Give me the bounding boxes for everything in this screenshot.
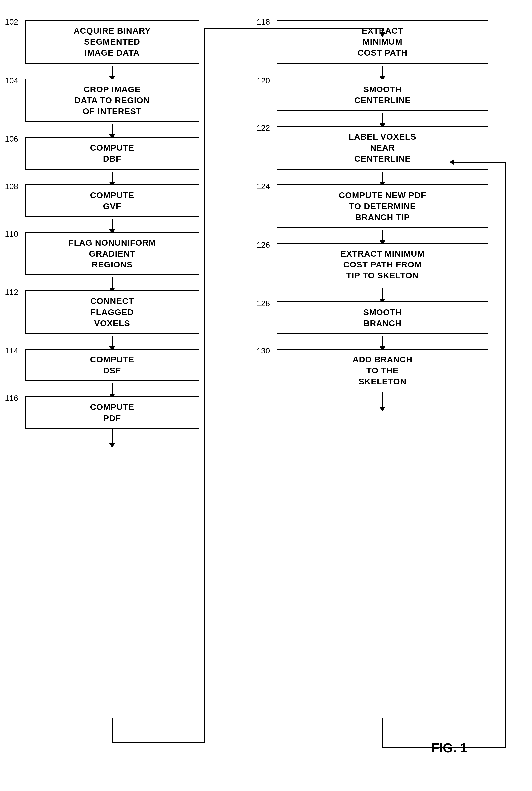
box-102: ACQUIRE BINARYSEGMENTEDIMAGE DATA [25, 20, 200, 63]
node-104-wrapper: 104 CROP IMAGEDATA TO REGIONOF INTEREST [25, 78, 200, 122]
label-116: 116 [5, 394, 18, 403]
node-122-wrapper: 122 LABEL VOXELSNEARCENTERLINE [277, 126, 488, 170]
arrow-118-120 [277, 63, 488, 78]
label-130: 130 [256, 346, 270, 356]
box-112: CONNECTFLAGGEDVOXELS [25, 290, 200, 334]
node-114-wrapper: 114 COMPUTEDSF [25, 349, 200, 381]
label-126: 126 [256, 240, 270, 249]
box-114: COMPUTEDSF [25, 349, 200, 381]
label-108: 108 [5, 182, 18, 191]
label-106: 106 [5, 134, 18, 144]
box-122: LABEL VOXELSNEARCENTERLINE [277, 126, 488, 170]
box-130: ADD BRANCHTO THESKELETON [277, 349, 488, 392]
box-106: COMPUTEDBF [25, 137, 200, 169]
node-108-wrapper: 108 COMPUTEGVF [25, 185, 200, 217]
label-110: 110 [5, 229, 18, 239]
label-124: 124 [256, 182, 270, 191]
arrow-110-112 [25, 275, 200, 290]
arrow-124-126 [277, 228, 488, 243]
node-112-wrapper: 112 CONNECTFLAGGEDVOXELS [25, 290, 200, 334]
box-108: COMPUTEGVF [25, 185, 200, 217]
label-102: 102 [5, 17, 18, 27]
node-110-wrapper: 110 FLAG NONUNIFORMGRADIENTREGIONS [25, 232, 200, 276]
label-114: 114 [5, 346, 18, 356]
box-110: FLAG NONUNIFORMGRADIENTREGIONS [25, 232, 200, 276]
box-120: SMOOTHCENTERLINE [277, 78, 488, 111]
node-116-wrapper: 116 COMPUTEPDF [25, 396, 200, 429]
node-102-wrapper: 102 ACQUIRE BINARYSEGMENTEDIMAGE DATA [25, 20, 200, 63]
node-124-wrapper: 124 COMPUTE NEW PDFTO DETERMINEBRANCH TI… [277, 185, 488, 228]
label-118: 118 [256, 17, 270, 27]
arrow-104-106 [25, 122, 200, 137]
arrow-114-116 [25, 381, 200, 396]
box-124: COMPUTE NEW PDFTO DETERMINEBRANCH TIP [277, 185, 488, 228]
node-106-wrapper: 106 COMPUTEDBF [25, 137, 200, 169]
box-116: COMPUTEPDF [25, 396, 200, 429]
arrow-112-114 [25, 334, 200, 349]
arrow-128-130 [277, 334, 488, 349]
label-122: 122 [256, 124, 270, 133]
arrow-116-out [25, 429, 200, 449]
box-128: SMOOTHBRANCH [277, 301, 488, 334]
arrow-102-104 [25, 63, 200, 78]
arrow-126-128 [277, 286, 488, 301]
arrow-122-124 [277, 170, 488, 185]
label-104: 104 [5, 76, 18, 85]
figure-title: FIG. 1 [431, 740, 467, 755]
node-118-wrapper: 118 EXTRACTMINIMUMCOST PATH [277, 20, 488, 63]
box-104: CROP IMAGEDATA TO REGIONOF INTEREST [25, 78, 200, 122]
node-130-wrapper: 130 ADD BRANCHTO THESKELETON [277, 349, 488, 392]
arrow-106-108 [25, 170, 200, 185]
label-120: 120 [256, 76, 270, 85]
label-128: 128 [256, 299, 270, 308]
box-118: EXTRACTMINIMUMCOST PATH [277, 20, 488, 63]
node-126-wrapper: 126 EXTRACT MINIMUMCOST PATH FROMTIP TO … [277, 243, 488, 286]
left-column: 102 ACQUIRE BINARYSEGMENTEDIMAGE DATA 10… [25, 15, 200, 449]
arrow-130-out [277, 392, 488, 412]
right-column: 118 EXTRACTMINIMUMCOST PATH 120 SMOOTHCE… [277, 15, 488, 412]
label-112: 112 [5, 288, 18, 297]
arrow-120-122 [277, 111, 488, 126]
arrow-108-110 [25, 217, 200, 232]
node-128-wrapper: 128 SMOOTHBRANCH [277, 301, 488, 334]
diagram-container: 102 ACQUIRE BINARYSEGMENTEDIMAGE DATA 10… [15, 15, 517, 775]
node-120-wrapper: 120 SMOOTHCENTERLINE [277, 78, 488, 111]
box-126: EXTRACT MINIMUMCOST PATH FROMTIP TO SKEL… [277, 243, 488, 286]
